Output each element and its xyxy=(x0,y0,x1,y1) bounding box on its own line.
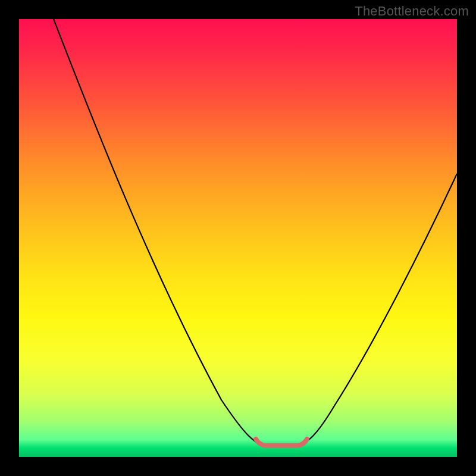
curve-layer xyxy=(19,19,457,457)
plateau-marker xyxy=(256,439,307,446)
chart-frame: TheBottleneck.com xyxy=(0,0,476,476)
watermark-text: TheBottleneck.com xyxy=(355,4,469,19)
plot-area xyxy=(19,19,457,457)
bottleneck-curve xyxy=(54,19,457,445)
